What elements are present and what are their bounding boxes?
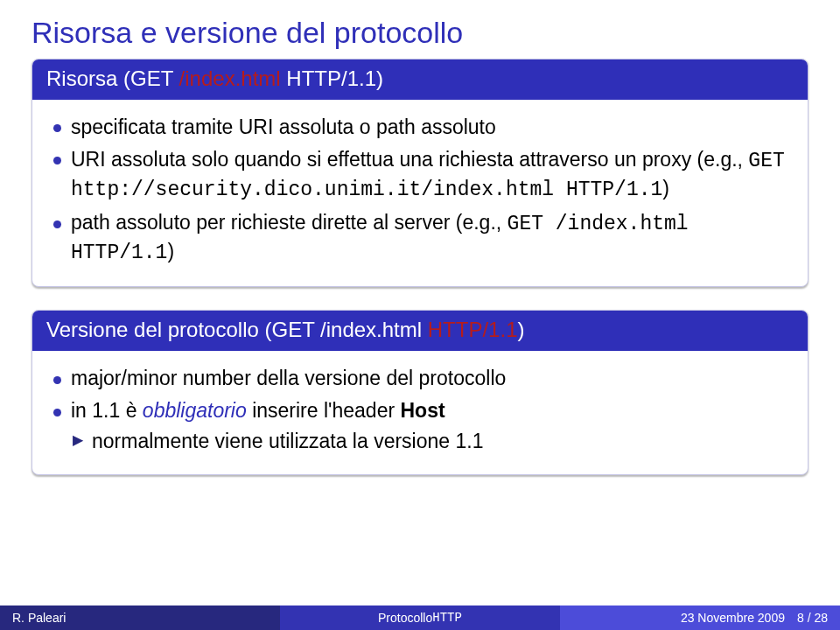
heading-text-suffix: ) [517,318,524,341]
sub-item-text: normalmente viene utilizzata la versione… [92,430,483,452]
title-area: Risorsa e versione del protocollo [0,0,840,59]
page-total: 28 [814,611,828,625]
list-item: URI assoluta solo quando si effettua una… [48,146,792,204]
bold-text: Host [400,399,444,422]
heading-highlight: HTTP/1.1 [428,318,518,341]
block-heading-versione: Versione del protocollo (GET /index.html… [32,311,808,351]
item-text: specificata tramite URI assoluta o path … [71,116,496,138]
item-text-pre: in 1.1 è [71,399,143,422]
slide-content: Risorsa (GET /index.html HTTP/1.1) speci… [0,59,840,606]
footer-page: 8 / 28 [797,611,828,625]
list-item: major/minor number della versione del pr… [48,365,792,392]
block-body-risorsa: specificata tramite URI assoluta o path … [32,100,808,286]
slide-title: Risorsa e versione del protocollo [32,16,808,50]
page-current: 8 [797,611,804,625]
page-sep: / [804,611,815,625]
list-item: specificata tramite URI assoluta o path … [48,114,792,141]
block-risorsa: Risorsa (GET /index.html HTTP/1.1) speci… [32,59,808,287]
author-text: R. Paleari [12,611,66,625]
item-text-mid: inserire l'header [247,399,401,422]
item-text-post: ) [662,177,669,200]
heading-text-prefix: Versione del protocollo (GET /index.html [46,318,428,341]
item-text-pre: URI assoluta solo quando si effettua una… [71,148,748,171]
footer-date-page: 23 Novembre 2009 8 / 28 [560,606,840,630]
bullet-list: major/minor number della versione del pr… [48,365,792,455]
heading-highlight: /index.html [179,66,281,90]
item-text-post: ) [167,240,174,262]
list-item: path assoluto per richieste dirette al s… [48,209,792,267]
heading-text-prefix: Risorsa (GET [46,66,179,90]
sub-list: normalmente viene utilizzata la versione… [71,428,792,455]
block-versione: Versione del protocollo (GET /index.html… [32,310,808,475]
heading-text-suffix: HTTP/1.1) [281,66,383,90]
emphasis-text: obbligatorio [143,399,247,422]
footer-center-code: HTTP [432,611,462,625]
block-body-versione: major/minor number della versione del pr… [32,351,808,474]
bullet-list: specificata tramite URI assoluta o path … [48,114,792,267]
footer-author: R. Paleari [0,606,280,630]
footer-title: Protocollo HTTP [280,606,560,630]
item-text-pre: path assoluto per richieste dirette al s… [71,211,508,234]
item-text: major/minor number della versione del pr… [71,367,506,389]
footer: R. Paleari Protocollo HTTP 23 Novembre 2… [0,606,840,630]
footer-date: 23 Novembre 2009 [681,611,785,625]
slide: Risorsa e versione del protocollo Risors… [0,0,840,630]
footer-center-text: Protocollo [378,611,432,625]
block-heading-risorsa: Risorsa (GET /index.html HTTP/1.1) [32,60,808,100]
list-item: in 1.1 è obbligatorio inserire l'header … [48,397,792,455]
sub-list-item: normalmente viene utilizzata la versione… [71,428,792,455]
